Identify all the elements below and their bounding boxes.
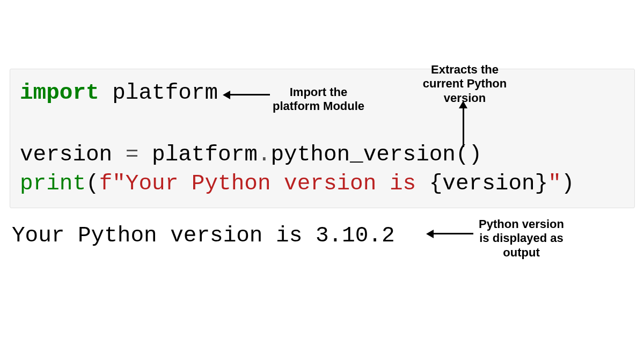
arrow-head-1 bbox=[223, 91, 230, 99]
code-line-2: version = platform.python_version() bbox=[20, 141, 625, 169]
code-line-3: print(f"Your Python version is {version}… bbox=[20, 170, 625, 198]
arrow-head-2 bbox=[459, 101, 467, 108]
output-text: Your Python version is 3.10.2 bbox=[12, 223, 395, 248]
close-brace: } bbox=[535, 171, 548, 196]
close-paren: ) bbox=[561, 171, 575, 196]
operator-equals: = bbox=[126, 142, 139, 167]
arrow-line-1 bbox=[227, 94, 270, 95]
variable-name: version bbox=[20, 142, 126, 167]
function-call: python_version bbox=[271, 142, 456, 167]
arrow-line-3 bbox=[430, 233, 473, 234]
open-brace: { bbox=[429, 171, 443, 196]
annotation-output: Python version is displayed as output bbox=[474, 217, 568, 260]
interpolation-var: version bbox=[442, 171, 535, 196]
arrow-head-3 bbox=[426, 230, 434, 238]
fstring-end: " bbox=[548, 171, 561, 196]
module-ref: platform bbox=[138, 142, 257, 167]
parentheses: () bbox=[456, 142, 482, 167]
module-name: platform bbox=[99, 80, 218, 105]
annotation-import: Import the platform Module bbox=[272, 85, 365, 114]
arrow-line-2 bbox=[463, 105, 464, 147]
fstring-prefix: f"Your Python version is bbox=[99, 171, 429, 196]
dot-operator: . bbox=[258, 142, 271, 167]
open-paren: ( bbox=[86, 171, 99, 196]
keyword-import: import bbox=[20, 80, 99, 105]
annotation-extract: Extracts the current Python version bbox=[422, 63, 508, 105]
keyword-print: print bbox=[20, 171, 86, 196]
